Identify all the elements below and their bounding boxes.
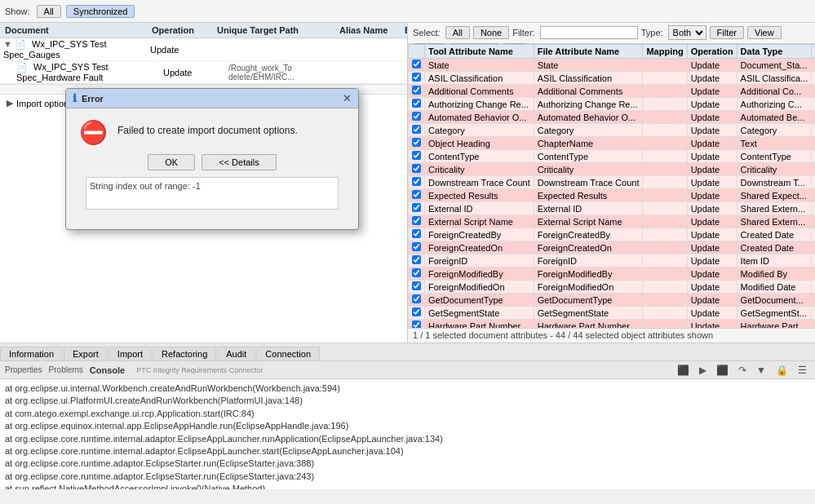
row-checkbox-cell[interactable] xyxy=(409,85,425,98)
console-btn-4[interactable]: ↷ xyxy=(735,363,750,378)
console-btn-2[interactable]: ▶ xyxy=(696,363,710,378)
table-row[interactable]: ForeignIDForeignIDUpdateItem IDOb xyxy=(409,254,816,267)
row-checkbox[interactable] xyxy=(412,321,421,328)
table-row[interactable]: Authorizing Change Re...Authorizing Chan… xyxy=(409,98,816,111)
row-checkbox-cell[interactable] xyxy=(409,281,425,294)
row-checkbox[interactable] xyxy=(412,203,421,212)
row-checkbox-cell[interactable] xyxy=(409,294,425,307)
row-checkbox-cell[interactable] xyxy=(409,254,425,267)
table-row[interactable]: CriticalityCriticalityUpdateCriticalityO… xyxy=(409,163,816,176)
row-checkbox-cell[interactable] xyxy=(409,307,425,320)
right-none-button[interactable]: None xyxy=(473,26,509,39)
table-row[interactable]: ForeignModifiedByForeignModifiedByUpdate… xyxy=(409,267,816,281)
dialog-close-button[interactable]: ✕ xyxy=(343,92,352,104)
row-checkbox[interactable] xyxy=(412,307,421,316)
table-row[interactable]: External IDExternal IDUpdateShared Exter… xyxy=(409,202,816,215)
row-checkbox[interactable] xyxy=(412,229,421,238)
filter-input[interactable] xyxy=(540,26,638,39)
dialog-details-button[interactable]: << Details xyxy=(202,154,277,170)
row-checkbox-cell[interactable] xyxy=(409,228,425,241)
row-checkbox-cell[interactable] xyxy=(409,189,425,202)
row-checkbox[interactable] xyxy=(412,268,421,277)
console-btn-7[interactable]: ☰ xyxy=(795,363,810,378)
console-tab[interactable]: Console xyxy=(90,365,125,375)
dialog-body: ⛔ Failed to create import document optio… xyxy=(66,108,358,229)
table-row[interactable]: Expected ResultsExpected ResultsUpdateSh… xyxy=(409,189,816,202)
row-checkbox[interactable] xyxy=(412,281,421,290)
row-cell-mapping xyxy=(643,215,687,228)
table-row[interactable]: Additional CommentsAdditional CommentsUp… xyxy=(409,85,816,98)
tab-audit[interactable]: Audit xyxy=(217,347,255,360)
left-row-1[interactable]: ▼ 📄 Wx_IPC_SYS Test Spec_Gauges Update xyxy=(0,38,407,61)
table-row[interactable]: ContentTypeContentTypeUpdateContentTypeO… xyxy=(409,150,816,163)
tab-connection[interactable]: Connection xyxy=(256,347,320,360)
table-row[interactable]: External Script NameExternal Script Name… xyxy=(409,215,816,228)
console-btn-3[interactable]: ⬛ xyxy=(713,363,732,378)
row-checkbox[interactable] xyxy=(412,164,421,173)
row-checkbox[interactable] xyxy=(412,138,421,147)
tab-import[interactable]: Import xyxy=(109,347,152,360)
row-checkbox-cell[interactable] xyxy=(409,150,425,163)
console-btn-6[interactable]: 🔒 xyxy=(773,363,791,378)
row-checkbox[interactable] xyxy=(412,86,421,95)
synchronized-button[interactable]: Synchronized xyxy=(66,5,135,18)
expand-icon-1[interactable]: ▼ xyxy=(3,39,12,49)
row-checkbox[interactable] xyxy=(412,294,421,303)
right-all-button[interactable]: All xyxy=(445,26,470,39)
row-checkbox[interactable] xyxy=(412,151,421,160)
row-checkbox-cell[interactable] xyxy=(409,320,425,329)
all-button[interactable]: All xyxy=(37,5,61,18)
filter-button[interactable]: Filter xyxy=(710,26,744,39)
row-checkbox-cell[interactable] xyxy=(409,124,425,137)
row-checkbox-cell[interactable] xyxy=(409,202,425,215)
row-checkbox-cell[interactable] xyxy=(409,215,425,228)
tab-refactoring[interactable]: Refactoring xyxy=(153,347,216,360)
row-checkbox[interactable] xyxy=(412,216,421,225)
table-row[interactable]: GetSegmentStateGetSegmentStateUpdateGetS… xyxy=(409,307,816,320)
problems-tab[interactable]: Problems xyxy=(49,365,83,374)
row-checkbox[interactable] xyxy=(412,242,421,251)
tab-information[interactable]: Information xyxy=(0,347,63,360)
table-row[interactable]: StateStateUpdateDocument_Sta...Ob xyxy=(409,59,816,72)
table-row[interactable]: Object HeadingChapterNameUpdateTextOb xyxy=(409,137,816,150)
table-row[interactable]: ASIL ClassificationASIL ClassificationUp… xyxy=(409,72,816,85)
properties-tab[interactable]: Properties xyxy=(5,365,42,374)
console-btn-1[interactable]: ⬛ xyxy=(674,363,693,378)
table-row[interactable]: GetDocumentTypeGetDocumentTypeUpdateGetD… xyxy=(409,294,816,307)
table-row[interactable]: Downstream Trace CountDownstream Trace C… xyxy=(409,176,816,189)
table-row[interactable]: ForeignModifiedOnForeignModifiedOnUpdate… xyxy=(409,281,816,294)
row-checkbox[interactable] xyxy=(412,125,421,134)
row-cell-tool: Object Heading xyxy=(425,137,534,150)
console-btn-5[interactable]: ▼ xyxy=(753,363,769,378)
table-row[interactable]: Automated Behavior O...Automated Behavio… xyxy=(409,111,816,124)
row-checkbox-cell[interactable] xyxy=(409,163,425,176)
row-checkbox-cell[interactable] xyxy=(409,72,425,85)
row-checkbox[interactable] xyxy=(412,190,421,199)
table-row[interactable]: ForeignCreatedOnForeignCreatedOnUpdateCr… xyxy=(409,241,816,254)
row-checkbox-cell[interactable] xyxy=(409,267,425,281)
row-checkbox-cell[interactable] xyxy=(409,111,425,124)
row-checkbox-cell[interactable] xyxy=(409,98,425,111)
table-row[interactable]: CategoryCategoryUpdateCategoryOb xyxy=(409,124,816,137)
row-checkbox-cell[interactable] xyxy=(409,176,425,189)
tab-export[interactable]: Export xyxy=(64,347,108,360)
table-row[interactable]: Hardware Part NumberHardware Part Number… xyxy=(409,320,816,329)
row-checkbox-cell[interactable] xyxy=(409,241,425,254)
import-expand-icon[interactable]: ▶ xyxy=(7,98,13,108)
row-checkbox[interactable] xyxy=(412,73,421,82)
left-row-2[interactable]: 📄 Wx_IPC_SYS Test Spec_Hardware Fault Up… xyxy=(0,61,407,84)
row-checkbox-cell[interactable] xyxy=(409,137,425,150)
row-cell-operation: Update xyxy=(687,98,737,111)
row-cell-at: Ob xyxy=(812,320,815,329)
row-checkbox[interactable] xyxy=(412,112,421,121)
row-checkbox[interactable] xyxy=(412,99,421,108)
row-checkbox[interactable] xyxy=(412,255,421,264)
table-row[interactable]: ForeignCreatedByForeignCreatedByUpdateCr… xyxy=(409,228,816,241)
view-button[interactable]: View xyxy=(747,26,782,39)
dialog-ok-button[interactable]: OK xyxy=(148,154,195,170)
row-checkbox-cell[interactable] xyxy=(409,59,425,72)
row-cell-at: Ob xyxy=(812,241,815,254)
type-select[interactable]: Both xyxy=(668,25,706,40)
row-checkbox[interactable] xyxy=(412,60,421,69)
row-checkbox[interactable] xyxy=(412,177,421,186)
